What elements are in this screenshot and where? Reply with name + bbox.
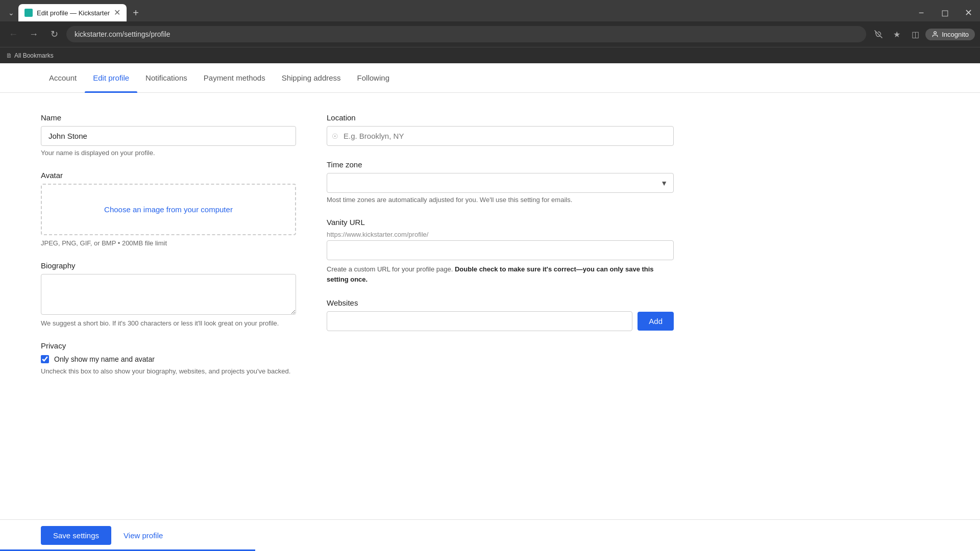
bookmarks-label: All Bookmarks: [14, 52, 54, 59]
websites-input[interactable]: [327, 311, 632, 331]
page-content: Account Edit profile Notifications Payme…: [0, 63, 980, 543]
websites-label: Websites: [327, 298, 674, 307]
bio-field-group: Biography We suggest a short bio. If it'…: [41, 261, 296, 327]
privacy-hint: Uncheck this box to also show your biogr…: [41, 367, 296, 375]
bookmarks-bar: 🗎 All Bookmarks: [0, 47, 980, 63]
location-input-wrap: ☉: [327, 126, 674, 146]
left-column: Name Your name is displayed on your prof…: [41, 113, 296, 389]
bookmark-star-icon[interactable]: ★: [889, 26, 905, 42]
bio-textarea[interactable]: [41, 274, 296, 315]
name-field-group: Name Your name is displayed on your prof…: [41, 113, 296, 157]
vanity-url-hint: Create a custom URL for your profile pag…: [327, 264, 674, 284]
name-input[interactable]: [41, 126, 296, 146]
save-settings-button[interactable]: Save settings: [41, 526, 111, 543]
location-field-group: Location ☉: [327, 113, 674, 146]
back-button[interactable]: ←: [5, 26, 21, 42]
vanity-url-label: Vanity URL: [327, 218, 674, 227]
tab-following[interactable]: Following: [349, 63, 398, 92]
location-icon: ☉: [332, 132, 338, 140]
split-view-icon[interactable]: ◫: [907, 26, 923, 42]
avatar-upload-link[interactable]: Choose an image from your computer: [104, 205, 233, 214]
window-controls: − ◻ ✕: [910, 4, 980, 21]
privacy-label: Privacy: [41, 341, 296, 350]
websites-field-group: Websites Add: [327, 298, 674, 331]
add-website-button[interactable]: Add: [638, 312, 674, 331]
new-tab-button[interactable]: +: [129, 6, 143, 20]
vanity-url-hint-plain: Create a custom URL for your profile pag…: [327, 265, 455, 273]
minimize-button[interactable]: −: [910, 4, 933, 21]
bio-hint: We suggest a short bio. If it's 300 char…: [41, 319, 296, 327]
location-input[interactable]: [327, 126, 674, 146]
incognito-badge[interactable]: Incognito: [925, 29, 975, 40]
forward-button[interactable]: →: [26, 26, 42, 42]
view-profile-link[interactable]: View profile: [124, 531, 163, 540]
vanity-url-input[interactable]: [327, 240, 674, 260]
vanity-url-prefix: https://www.kickstarter.com/profile/: [327, 231, 674, 238]
address-bar[interactable]: [66, 26, 866, 42]
active-tab[interactable]: Edit profile — Kickstarter ✕: [18, 4, 127, 21]
tab-favicon: [24, 9, 33, 17]
privacy-checkbox-label: Only show my name and avatar: [54, 355, 155, 363]
privacy-checkbox-row: Only show my name and avatar: [41, 355, 296, 363]
location-label: Location: [327, 113, 674, 122]
avatar-label: Avatar: [41, 171, 296, 180]
browser-tab-bar: ⌄ Edit profile — Kickstarter ✕ + − ◻ ✕: [0, 0, 980, 21]
name-label: Name: [41, 113, 296, 122]
timezone-select-wrapper: ▼: [327, 173, 674, 193]
tab-account[interactable]: Account: [41, 63, 85, 92]
svg-point-1: [934, 32, 937, 34]
avatar-field-group: Avatar Choose an image from your compute…: [41, 171, 296, 247]
tab-close-button[interactable]: ✕: [114, 9, 120, 17]
timezone-select[interactable]: [327, 173, 674, 193]
camera-off-icon[interactable]: [870, 26, 887, 42]
avatar-upload-area[interactable]: Choose an image from your computer: [41, 184, 296, 235]
browser-toolbar: ← → ↻ ★ ◫ Incognito: [0, 21, 980, 47]
bottom-bar: Save settings View profile: [0, 519, 980, 543]
timezone-hint: Most time zones are automatically adjust…: [327, 196, 674, 204]
name-hint: Your name is displayed on your profile.: [41, 149, 296, 157]
tab-notifications[interactable]: Notifications: [137, 63, 195, 92]
websites-row: Add: [327, 311, 674, 331]
tab-title: Edit profile — Kickstarter: [37, 9, 110, 17]
settings-nav: Account Edit profile Notifications Payme…: [0, 63, 980, 93]
privacy-checkbox[interactable]: [41, 355, 49, 363]
timezone-field-group: Time zone ▼ Most time zones are automati…: [327, 160, 674, 204]
browser-chrome: ⌄ Edit profile — Kickstarter ✕ + − ◻ ✕ ←…: [0, 0, 980, 63]
right-column: Location ☉ Time zone ▼ Most time zones a…: [327, 113, 674, 389]
main-content: Name Your name is displayed on your prof…: [0, 93, 715, 410]
tab-edit-profile[interactable]: Edit profile: [85, 63, 137, 92]
bio-label: Biography: [41, 261, 296, 270]
tab-payment-methods[interactable]: Payment methods: [195, 63, 274, 92]
close-button[interactable]: ✕: [957, 4, 980, 21]
tab-shipping-address[interactable]: Shipping address: [274, 63, 349, 92]
avatar-file-hint: JPEG, PNG, GIF, or BMP • 200MB file limi…: [41, 239, 296, 247]
restore-button[interactable]: ◻: [933, 4, 957, 21]
vanity-url-field-group: Vanity URL https://www.kickstarter.com/p…: [327, 218, 674, 284]
reload-button[interactable]: ↻: [46, 26, 62, 42]
tab-list-button[interactable]: ⌄: [4, 4, 18, 21]
timezone-label: Time zone: [327, 160, 674, 169]
privacy-section: Privacy Only show my name and avatar Unc…: [41, 341, 296, 375]
incognito-label: Incognito: [942, 31, 969, 38]
browser-toolbar-icons: ★ ◫ Incognito: [870, 26, 975, 42]
